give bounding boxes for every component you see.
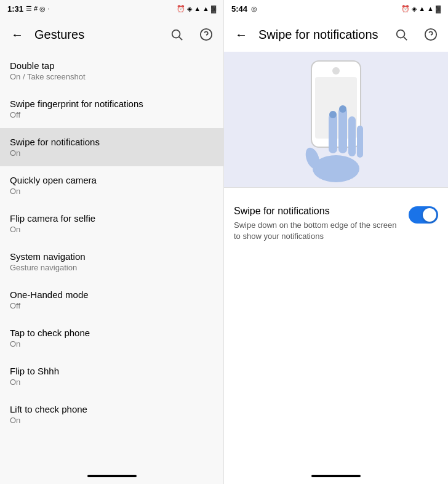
svg-line-1 [179, 37, 182, 40]
settings-item-tap-check[interactable]: Tap to check phone On [0, 319, 223, 357]
right-status-icon: ◎ [251, 5, 257, 13]
right-vpn-icon: ◈ [412, 5, 417, 13]
item-sub-flip-selfie: On [10, 225, 214, 234]
left-nav-pill [87, 475, 137, 477]
help-icon [199, 28, 213, 41]
settings-list: Double tap On / Take screenshot Swipe fi… [0, 52, 223, 472]
item-title-one-handed: One-Handed mode [10, 289, 214, 300]
item-sub-one-handed: Off [10, 301, 214, 310]
svg-rect-13 [329, 113, 337, 153]
alarm-icon: ⏰ [177, 5, 185, 13]
star-icon: · [47, 5, 49, 12]
toggle-description: Swipe down on the bottom edge of the scr… [234, 220, 401, 242]
notification-icon: ☰ [26, 5, 32, 13]
left-page-title: Gestures [34, 28, 159, 42]
left-panel: 1:31 ☰ # ◎ · ⏰ ◈ ▲ ▲ ▓ ← Gestures [0, 0, 224, 484]
left-back-button[interactable]: ← [5, 22, 30, 47]
right-nav-pill [311, 475, 361, 477]
search-icon [170, 28, 183, 41]
item-title-tap-check: Tap to check phone [10, 328, 214, 338]
settings-item-one-handed[interactable]: One-Handed mode Off [0, 281, 223, 319]
left-status-bar: 1:31 ☰ # ◎ · ⏰ ◈ ▲ ▲ ▓ [0, 0, 223, 17]
right-search-icon [394, 28, 408, 41]
nfc-icon: # [34, 5, 38, 12]
item-title-swipe-notifications: Swipe for notifications [10, 137, 214, 147]
item-sub-tap-check: On [10, 339, 214, 349]
toggle-text-area: Swipe for notifications Swipe down on th… [234, 205, 409, 242]
right-help-button[interactable] [418, 22, 443, 47]
settings-item-flip-shhh[interactable]: Flip to Shhh On [0, 357, 223, 395]
right-wifi-icon: ▲ [418, 5, 425, 12]
detail-section: Swipe for notifications Swipe down on th… [224, 188, 448, 472]
right-signal-icon: ▲ [427, 5, 434, 12]
svg-rect-15 [348, 116, 356, 156]
svg-point-17 [329, 111, 337, 118]
gesture-illustration [224, 52, 448, 187]
svg-rect-16 [357, 126, 363, 158]
right-nav-indicator [224, 472, 448, 484]
item-title-system-nav: System navigation [10, 251, 214, 262]
svg-point-0 [172, 30, 180, 38]
item-title-flip-selfie: Flip camera for selfie [10, 213, 214, 224]
svg-line-5 [404, 37, 407, 40]
settings-item-system-nav[interactable]: System navigation Gesture navigation [0, 243, 223, 281]
battery-icon: ▓ [211, 5, 216, 12]
left-toolbar: ← Gestures [0, 17, 223, 52]
right-search-button[interactable] [389, 22, 414, 47]
right-battery-icon: ▓ [436, 5, 441, 12]
wifi-icon: ▲ [194, 5, 201, 12]
item-sub-open-camera: On [10, 187, 214, 196]
item-title-open-camera: Quickly open camera [10, 175, 214, 185]
swipe-notifications-toggle-row: Swipe for notifications Swipe down on th… [234, 200, 438, 247]
vpn-icon: ◈ [187, 5, 192, 13]
toggle-title: Swipe for notifications [234, 205, 401, 218]
left-search-button[interactable] [164, 22, 189, 47]
settings-item-swipe-notifications[interactable]: Swipe for notifications On [0, 128, 223, 166]
svg-point-9 [332, 67, 340, 75]
item-sub-double-tap: On / Take screenshot [10, 72, 214, 81]
left-time: 1:31 [7, 4, 23, 14]
svg-point-18 [339, 105, 346, 113]
right-status-bar: 5:44 ◎ ⏰ ◈ ▲ ▲ ▓ [224, 0, 448, 17]
item-sub-swipe-notifications: On [10, 148, 214, 158]
settings-item-swipe-fingerprint[interactable]: Swipe fingerprint for notifications Off [0, 90, 223, 128]
svg-point-4 [397, 30, 405, 38]
signal-icon: ▲ [202, 5, 209, 12]
item-title-double-tap: Double tap [10, 60, 214, 71]
right-back-button[interactable]: ← [229, 22, 254, 47]
settings-item-double-tap[interactable]: Double tap On / Take screenshot [0, 52, 223, 90]
right-alarm-icon: ⏰ [401, 5, 410, 13]
left-right-status-icons: ⏰ ◈ ▲ ▲ ▓ [177, 5, 216, 13]
left-help-button[interactable] [194, 22, 218, 47]
item-sub-lift-check: On [10, 416, 214, 425]
right-status-right-icons: ⏰ ◈ ▲ ▲ ▓ [401, 5, 441, 13]
left-nav-indicator [0, 472, 223, 484]
right-help-icon [424, 28, 438, 41]
right-toolbar: ← Swipe for notifications [224, 17, 448, 52]
swipe-gesture-svg [274, 55, 398, 184]
svg-point-11 [313, 155, 359, 182]
right-page-title: Swipe for notifications [258, 28, 384, 42]
item-title-lift-check: Lift to check phone [10, 404, 214, 414]
right-time: 5:44 [231, 4, 247, 14]
settings-item-open-camera[interactable]: Quickly open camera On [0, 166, 223, 204]
swipe-notifications-toggle[interactable] [409, 206, 438, 224]
item-title-swipe-fingerprint: Swipe fingerprint for notifications [10, 99, 214, 109]
item-sub-swipe-fingerprint: Off [10, 110, 214, 119]
item-sub-flip-shhh: On [10, 377, 214, 387]
svg-rect-14 [338, 107, 347, 153]
left-status-icons: ☰ # ◎ · [26, 5, 49, 13]
item-title-flip-shhh: Flip to Shhh [10, 366, 214, 376]
right-panel: 5:44 ◎ ⏰ ◈ ▲ ▲ ▓ ← Swipe for notificatio… [224, 0, 448, 484]
camera-icon: ◎ [39, 5, 46, 13]
settings-item-lift-check[interactable]: Lift to check phone On [0, 395, 223, 434]
settings-item-flip-selfie[interactable]: Flip camera for selfie On [0, 204, 223, 243]
item-sub-system-nav: Gesture navigation [10, 263, 214, 272]
